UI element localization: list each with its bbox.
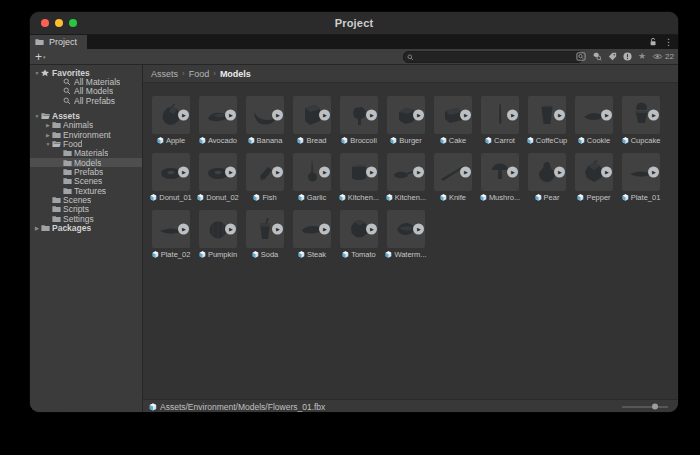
sidebar-item-assets[interactable]: ▼ Assets [30,111,142,120]
asset-tile-garlic[interactable]: ▶ Garlic [293,153,331,203]
expand-subassets-icon[interactable]: ▶ [178,167,189,178]
expand-subassets-icon[interactable]: ▶ [272,224,283,235]
sidebar-item-textures[interactable]: Textures [30,186,142,195]
expand-subassets-icon[interactable]: ▶ [366,110,377,121]
sidebar-item-food[interactable]: ▼ Food [30,139,142,148]
expand-subassets-icon[interactable]: ▶ [225,167,236,178]
slider-track[interactable] [622,406,668,408]
asset-tile-kitchen[interactable]: ▶ Kitchen... [340,153,378,203]
create-button[interactable]: + ▾ [35,52,46,62]
tree-caret-icon[interactable]: ▶ [33,225,41,231]
asset-tile-pear[interactable]: ▶ Pear [528,153,566,203]
expand-subassets-icon[interactable]: ▶ [178,224,189,235]
expand-subassets-icon[interactable]: ▶ [319,224,330,235]
expand-subassets-icon[interactable]: ▶ [366,167,377,178]
asset-tile-avocado[interactable]: ▶ Avocado [199,96,237,146]
expand-subassets-icon[interactable]: ▶ [413,110,424,121]
asset-tile-fish[interactable]: ▶ Fish [246,153,284,203]
sidebar-item-environment[interactable]: ▶ Environment [30,130,142,139]
hidden-items-toggle[interactable]: 22 [652,52,674,61]
asset-tile-steak[interactable]: ▶ Steak [293,210,331,260]
expand-subassets-icon[interactable]: ▶ [272,110,283,121]
expand-subassets-icon[interactable]: ▶ [225,110,236,121]
breadcrumb-models[interactable]: Models [220,69,251,79]
expand-subassets-icon[interactable]: ▶ [507,110,518,121]
expand-subassets-icon[interactable]: ▶ [460,110,471,121]
asset-tile-plate-02[interactable]: ▶ Plate_02 [152,210,190,260]
open-search-window-icon[interactable] [576,52,586,61]
sidebar-item-materials[interactable]: Materials [30,149,142,158]
expand-subassets-icon[interactable]: ▶ [319,110,330,121]
search-input[interactable] [414,53,579,62]
sidebar-item-scenes[interactable]: Scenes [30,177,142,186]
asset-tile-coffecup[interactable]: ▶ CoffeCup [528,96,566,146]
expand-subassets-icon[interactable]: ▶ [319,167,330,178]
asset-tile-cookie[interactable]: ▶ Cookie [575,96,613,146]
sidebar-item-packages[interactable]: ▶ Packages [30,224,142,233]
asset-tile-banana[interactable]: ▶ Banana [246,96,284,146]
sidebar-item-all-models[interactable]: All Models [30,87,142,96]
sidebar-item-scenes[interactable]: Scenes [30,195,142,204]
asset-tile-apple[interactable]: ▶ Apple [152,96,190,146]
expand-subassets-icon[interactable]: ▶ [601,167,612,178]
close-button[interactable] [41,19,49,27]
search-by-label-icon[interactable] [608,52,617,61]
unlock-icon[interactable] [649,37,657,47]
expand-subassets-icon[interactable]: ▶ [366,224,377,235]
slider-handle[interactable] [652,404,658,410]
import-log-icon[interactable] [623,52,632,61]
tree-caret-icon[interactable]: ▼ [33,70,41,76]
expand-subassets-icon[interactable]: ▶ [648,110,659,121]
breadcrumb-assets[interactable]: Assets [151,69,178,79]
expand-subassets-icon[interactable]: ▶ [272,167,283,178]
sidebar-item-models[interactable]: Models [30,158,142,167]
search-field[interactable] [403,51,583,63]
expand-subassets-icon[interactable]: ▶ [225,224,236,235]
sidebar-item-all-prefabs[interactable]: All Prefabs [30,96,142,105]
sidebar-item-favorites[interactable]: ▼ Favorites [30,68,142,77]
asset-tile-waterm[interactable]: ▶ Waterm... [387,210,425,260]
asset-tile-plate-01[interactable]: ▶ Plate_01 [622,153,660,203]
expand-subassets-icon[interactable]: ▶ [460,167,471,178]
expand-subassets-icon[interactable]: ▶ [648,167,659,178]
sidebar-item-prefabs[interactable]: Prefabs [30,167,142,176]
expand-subassets-icon[interactable]: ▶ [601,110,612,121]
tree-caret-icon[interactable]: ▶ [44,132,52,138]
expand-subassets-icon[interactable]: ▶ [413,167,424,178]
asset-tile-carrot[interactable]: ▶ Carrot [481,96,519,146]
thumbnail-size-slider[interactable] [622,403,668,410]
asset-tile-knife[interactable]: ▶ Knife [434,153,472,203]
asset-tile-pumpkin[interactable]: ▶ Pumpkin [199,210,237,260]
tree-caret-icon[interactable]: ▼ [44,141,52,147]
expand-subassets-icon[interactable]: ▶ [413,224,424,235]
tab-project[interactable]: Project [30,35,87,49]
asset-tile-cupcake[interactable]: ▶ Cupcake [622,96,660,146]
tree-caret-icon[interactable]: ▶ [44,122,52,128]
tree-caret-icon[interactable]: ▼ [33,113,41,119]
asset-tile-cake[interactable]: ▶ Cake [434,96,472,146]
asset-tile-broccoli[interactable]: ▶ Broccoli [340,96,378,146]
asset-tile-donut-02[interactable]: ▶ Donut_02 [199,153,237,203]
asset-tile-donut-01[interactable]: ▶ Donut_01 [152,153,190,203]
sidebar-item-settings[interactable]: Settings [30,214,142,223]
sidebar-item-scripts[interactable]: Scripts [30,205,142,214]
expand-subassets-icon[interactable]: ▶ [507,167,518,178]
asset-tile-tomato[interactable]: ▶ Tomato [340,210,378,260]
sidebar-item-animals[interactable]: ▶ Animals [30,121,142,130]
asset-tile-burger[interactable]: ▶ Burger [387,96,425,146]
minimize-button[interactable] [55,19,63,27]
search-by-type-icon[interactable] [592,52,602,61]
asset-tile-mushro[interactable]: ▶ Mushro... [481,153,519,203]
expand-subassets-icon[interactable]: ▶ [554,110,565,121]
maximize-button[interactable] [69,19,77,27]
save-search-star-icon[interactable]: ★ [638,52,646,61]
breadcrumb-food[interactable]: Food [189,69,210,79]
asset-tile-pepper[interactable]: ▶ Pepper [575,153,613,203]
menu-kebab-icon[interactable]: ⋮ [664,38,673,47]
asset-tile-bread[interactable]: ▶ Bread [293,96,331,146]
expand-subassets-icon[interactable]: ▶ [554,167,565,178]
expand-subassets-icon[interactable]: ▶ [178,110,189,121]
asset-tile-soda[interactable]: ▶ Soda [246,210,284,260]
sidebar-item-all-materials[interactable]: All Materials [30,77,142,86]
asset-tile-kitchen[interactable]: ▶ Kitchen... [387,153,425,203]
